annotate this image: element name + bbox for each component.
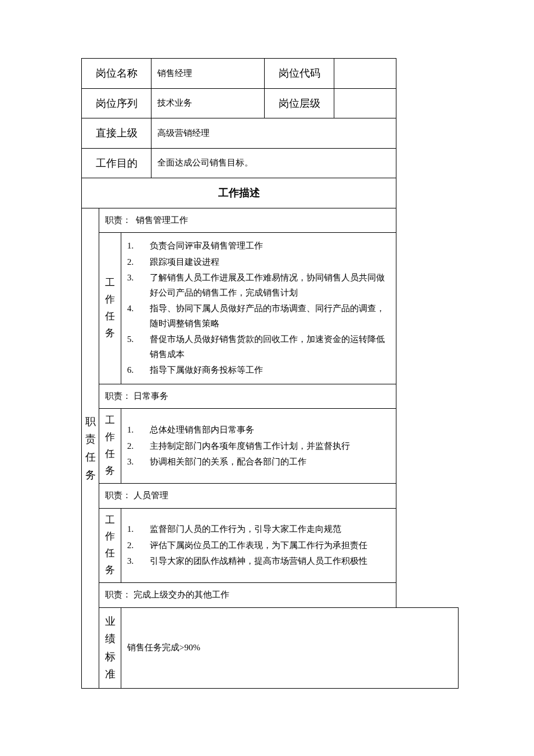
duty-0-title: 销售管理工作 <box>136 215 188 225</box>
label-position-level: 岗位层级 <box>265 88 334 118</box>
value-position-code <box>334 59 396 89</box>
value-purpose: 全面达成公司销售目标。 <box>151 148 396 178</box>
task-item: 协调相关部门的关系，配合各部门的工作 <box>127 455 390 470</box>
row-position-sequence: 岗位序列 技术业务 岗位层级 <box>82 88 459 118</box>
task-label-2: 工作任务 <box>99 508 121 583</box>
side-duties-c2: 责 <box>84 430 96 448</box>
task-item: 评估下属岗位员工的工作表现，为下属工作行为承担责任 <box>127 538 390 553</box>
row-duty-3-title: 职责： 完成上级交办的其他工作 <box>82 583 459 608</box>
label-purpose: 工作目的 <box>82 148 151 178</box>
task-item: 监督部门人员的工作行为，引导大家工作走向规范 <box>127 522 390 537</box>
duty-prefix-0: 职责： <box>105 215 131 225</box>
task-item: 指导下属做好商务投标等工作 <box>127 363 390 378</box>
task-item: 督促市场人员做好销售货款的回收工作，加速资金的运转降低销售成本 <box>127 332 390 362</box>
task-label-0: 工作任务 <box>99 233 121 384</box>
duty-1-task-cell: 总体处理销售部内日常事务 主持制定部门内各项年度销售工作计划，并监督执行 协调相… <box>121 409 396 484</box>
label-supervisor: 直接上级 <box>82 118 151 149</box>
duty-2-header: 职责： 人员管理 <box>99 484 396 509</box>
row-position-name: 岗位名称 销售经理 岗位代码 <box>82 59 459 89</box>
duty-3-header: 职责： 完成上级交办的其他工作 <box>99 583 396 608</box>
value-position-level <box>334 88 396 118</box>
value-position-name: 销售经理 <box>151 59 265 89</box>
side-performance: 业 绩 标 准 <box>99 607 121 688</box>
document-page: 岗位名称 销售经理 岗位代码 岗位序列 技术业务 岗位层级 直接上级 高级营销经… <box>0 0 534 689</box>
row-duty-0-tasks: 工作任务 负责合同评审及销售管理工作 跟踪项目建设进程 了解销售人员工作进展及工… <box>82 233 459 384</box>
value-position-sequence: 技术业务 <box>151 88 265 118</box>
label-position-name: 岗位名称 <box>82 59 151 89</box>
duty-prefix-1: 职责： <box>105 391 131 401</box>
duty-prefix-2: 职责： <box>105 491 131 500</box>
row-purpose: 工作目的 全面达成公司销售目标。 <box>82 148 459 178</box>
value-supervisor: 高级营销经理 <box>151 118 396 149</box>
row-work-desc-header: 工作描述 <box>82 178 459 208</box>
duty-0-task-cell: 负责合同评审及销售管理工作 跟踪项目建设进程 了解销售人员工作进展及工作难易情况… <box>121 233 396 384</box>
performance-value: 销售任务完成>90% <box>121 607 459 688</box>
task-item: 引导大家的团队作战精神，提高市场营销人员工作积极性 <box>127 554 390 569</box>
duty-prefix-3: 职责： <box>105 590 131 599</box>
duty-3-title: 完成上级交办的其他工作 <box>134 590 229 599</box>
row-duty-0-title: 职 责 任 务 职责： 销售管理工作 <box>82 208 459 233</box>
side-duties-c3: 任 <box>84 448 96 466</box>
label-position-sequence: 岗位序列 <box>82 88 151 118</box>
task-item: 主持制定部门内各项年度销售工作计划，并监督执行 <box>127 439 390 454</box>
task-item: 负责合同评审及销售管理工作 <box>127 239 390 254</box>
side-duties-c4: 务 <box>84 466 96 484</box>
job-description-table: 岗位名称 销售经理 岗位代码 岗位序列 技术业务 岗位层级 直接上级 高级营销经… <box>81 58 459 689</box>
side-duties: 职 责 任 务 <box>82 208 99 688</box>
row-duty-2-tasks: 工作任务 监督部门人员的工作行为，引导大家工作走向规范 评估下属岗位员工的工作表… <box>82 508 459 583</box>
duty-1-header: 职责： 日常事务 <box>99 384 396 409</box>
duty-1-title: 日常事务 <box>134 391 168 401</box>
duty-0-header: 职责： 销售管理工作 <box>99 208 396 233</box>
row-duty-1-tasks: 工作任务 总体处理销售部内日常事务 主持制定部门内各项年度销售工作计划，并监督执… <box>82 409 459 484</box>
duty-0-task-list: 负责合同评审及销售管理工作 跟踪项目建设进程 了解销售人员工作进展及工作难易情况… <box>127 239 390 378</box>
duty-2-task-list: 监督部门人员的工作行为，引导大家工作走向规范 评估下属岗位员工的工作表现，为下属… <box>127 522 390 569</box>
duty-2-task-cell: 监督部门人员的工作行为，引导大家工作走向规范 评估下属岗位员工的工作表现，为下属… <box>121 508 396 583</box>
task-item: 跟踪项目建设进程 <box>127 255 390 270</box>
heading-work-description: 工作描述 <box>82 178 396 208</box>
side-perf-c1: 业 <box>102 613 118 631</box>
task-item: 了解销售人员工作进展及工作难易情况，协同销售人员共同做好公司产品的销售工作，完成… <box>127 271 390 300</box>
task-label-1: 工作任务 <box>99 409 121 484</box>
row-duty-2-title: 职责： 人员管理 <box>82 484 459 509</box>
task-item: 总体处理销售部内日常事务 <box>127 423 390 438</box>
side-perf-c3: 标 <box>102 648 118 666</box>
duty-2-title: 人员管理 <box>134 491 168 500</box>
row-performance: 业 绩 标 准 销售任务完成>90% <box>82 607 459 688</box>
row-duty-1-title: 职责： 日常事务 <box>82 384 459 409</box>
task-item: 指导、协同下属人员做好产品的市场调查、同行产品的调查，随时调整销售策略 <box>127 301 390 331</box>
side-duties-c1: 职 <box>84 413 96 431</box>
label-position-code: 岗位代码 <box>265 59 334 89</box>
duty-1-task-list: 总体处理销售部内日常事务 主持制定部门内各项年度销售工作计划，并监督执行 协调相… <box>127 423 390 470</box>
row-supervisor: 直接上级 高级营销经理 <box>82 118 459 149</box>
side-perf-c2: 绩 <box>102 630 118 648</box>
side-perf-c4: 准 <box>102 665 118 683</box>
